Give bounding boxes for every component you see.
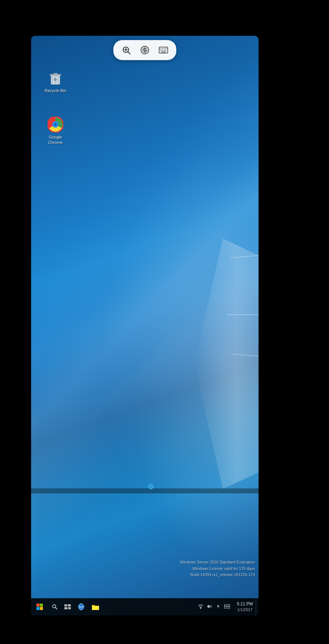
svg-rect-39	[64, 604, 67, 606]
svg-line-1	[128, 52, 130, 54]
svg-line-38	[55, 608, 57, 609]
svg-rect-34	[40, 604, 43, 607]
svg-rect-47	[200, 607, 201, 609]
mouse-cursor	[147, 483, 154, 490]
recycle-bin-label: Recycle Bin	[45, 88, 67, 93]
svg-point-30	[54, 123, 57, 126]
chrome-image	[47, 116, 64, 133]
svg-rect-35	[36, 607, 40, 610]
show-desktop-button[interactable]	[256, 598, 259, 615]
google-chrome-icon[interactable]: Google Chrome	[41, 114, 70, 147]
recycle-bin-icon[interactable]: ♻ Recycle Bin	[41, 68, 70, 95]
svg-rect-40	[68, 604, 71, 606]
svg-text:e: e	[80, 605, 82, 609]
taskbar: e	[31, 598, 259, 615]
svg-rect-42	[68, 607, 71, 609]
svg-point-37	[53, 605, 56, 608]
power-tray-icon[interactable]	[215, 604, 222, 610]
system-tray	[197, 604, 234, 610]
taskbar-separator-band	[31, 488, 259, 493]
svg-rect-36	[40, 607, 43, 610]
network-tray-icon[interactable]	[197, 604, 205, 610]
chrome-label: Google Chrome	[43, 135, 68, 145]
svg-rect-22	[54, 73, 58, 74]
search-button[interactable]	[48, 600, 61, 613]
remote-desktop-button[interactable]	[138, 43, 152, 57]
start-button[interactable]	[31, 598, 48, 615]
task-view-button[interactable]	[61, 600, 74, 613]
recycle-bin-image: ♻	[47, 69, 64, 87]
svg-rect-41	[64, 607, 68, 609]
svg-text:♻: ♻	[54, 78, 57, 82]
zoom-in-button[interactable]	[119, 43, 133, 57]
taskbar-clock[interactable]: 5:11 PM 1/1/2017	[234, 601, 256, 613]
virtual-keyboard-button[interactable]	[156, 43, 171, 57]
keyboard-tray-icon[interactable]	[223, 604, 231, 610]
svg-point-32	[150, 486, 152, 487]
volume-tray-icon[interactable]	[206, 604, 213, 610]
svg-rect-33	[36, 604, 40, 607]
file-explorer-taskbar[interactable]	[88, 598, 103, 615]
internet-explorer-taskbar[interactable]: e	[74, 598, 88, 615]
build-info-watermark: Windows Server 2016 Standard Evaluation …	[180, 559, 255, 578]
remote-toolbar	[113, 40, 176, 60]
desktop: ♻ Recycle Bin	[31, 36, 259, 598]
